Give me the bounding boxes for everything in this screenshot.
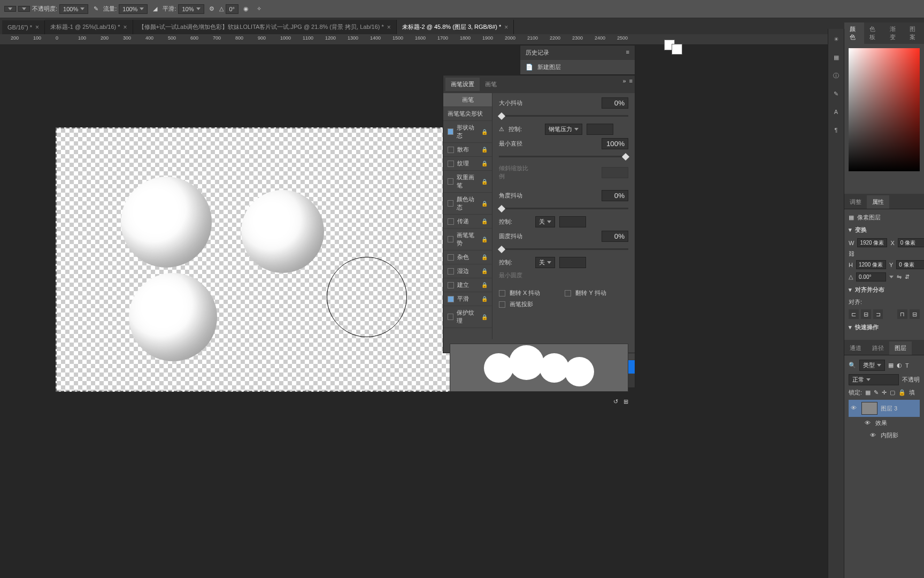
option-checkbox[interactable]: [448, 268, 454, 275]
x-input[interactable]: [898, 238, 924, 247]
gradient-tab[interactable]: 渐变: [884, 22, 904, 44]
close-icon[interactable]: ×: [124, 24, 127, 31]
brush-option-item[interactable]: 建立🔒: [443, 278, 492, 292]
lock-all-icon[interactable]: 🔒: [898, 389, 906, 396]
background-swatch[interactable]: [672, 44, 682, 55]
document-tab[interactable]: 未标题-2 @ 45.8% (图层 3, RGB/8#) *×: [397, 20, 514, 34]
expand-icon[interactable]: ▾: [849, 324, 852, 331]
size-jitter-slider[interactable]: [499, 112, 628, 120]
tip-shape-option[interactable]: 画笔笔尖形状: [443, 107, 492, 121]
lock-icon[interactable]: 🔒: [481, 314, 488, 320]
visibility-icon[interactable]: 👁: [870, 432, 877, 439]
brushes-tab[interactable]: 画笔: [480, 78, 502, 91]
control-extra-input[interactable]: [587, 124, 613, 135]
control-select[interactable]: 关: [535, 216, 555, 227]
size-jitter-input[interactable]: [602, 97, 628, 109]
brush-option-item[interactable]: 形状动态🔒: [443, 121, 492, 143]
brush-preset-dropdown[interactable]: [4, 6, 16, 12]
option-checkbox[interactable]: [448, 236, 453, 242]
color-tab[interactable]: 颜色: [844, 22, 864, 44]
search-icon[interactable]: 🔍: [849, 362, 856, 369]
option-checkbox[interactable]: [448, 178, 453, 185]
blend-mode-select[interactable]: 正常: [849, 374, 899, 385]
pressure-opacity-icon[interactable]: ✎: [90, 4, 101, 14]
info-icon[interactable]: ⓘ: [830, 70, 842, 81]
align-right-icon[interactable]: ⊐: [873, 309, 883, 319]
close-icon[interactable]: ×: [387, 24, 391, 31]
brush-option-item[interactable]: 杂色🔒: [443, 250, 492, 264]
panel-menu-icon[interactable]: ≡: [629, 78, 633, 91]
align-center-h-icon[interactable]: ⊟: [861, 309, 871, 319]
option-checkbox[interactable]: [448, 200, 453, 207]
canvas[interactable]: [56, 127, 478, 392]
option-checkbox[interactable]: [448, 282, 454, 288]
option-checkbox[interactable]: [448, 161, 454, 167]
layer-effect-item[interactable]: 👁 内阴影: [849, 429, 920, 442]
filter-adj-icon[interactable]: ◐: [897, 362, 902, 369]
gear-icon[interactable]: ⚙: [206, 4, 217, 14]
brush-icon[interactable]: ✎: [830, 88, 842, 100]
angle-input[interactable]: 0°: [226, 4, 239, 14]
close-icon[interactable]: ×: [504, 24, 508, 31]
layer-effects-item[interactable]: 👁 效果: [849, 417, 920, 429]
lock-icon[interactable]: 🔒: [481, 179, 488, 185]
y-input[interactable]: [896, 260, 924, 269]
lock-icon[interactable]: 🔒: [481, 218, 488, 224]
histogram-icon[interactable]: ▦: [830, 51, 842, 63]
visibility-icon[interactable]: 👁: [865, 420, 872, 427]
brush-option-item[interactable]: 纹理🔒: [443, 157, 492, 171]
brush-picker-button[interactable]: 画笔: [443, 93, 492, 107]
link-icon[interactable]: ⛓: [849, 250, 856, 257]
expand-icon[interactable]: ▾: [849, 286, 852, 293]
color-picker[interactable]: [844, 44, 924, 194]
option-checkbox[interactable]: [448, 147, 454, 153]
layers-tab[interactable]: 图层: [889, 341, 912, 355]
flip-h-icon[interactable]: ⇋: [897, 273, 902, 280]
rotation-input[interactable]: [856, 272, 886, 282]
brush-settings-tab[interactable]: 画笔设置: [445, 78, 480, 91]
chevron-down-icon[interactable]: [889, 276, 894, 278]
lock-position-icon[interactable]: ✎: [874, 389, 879, 396]
layer-thumbnail[interactable]: [861, 402, 877, 415]
roundness-jitter-slider[interactable]: [499, 245, 628, 254]
angle-jitter-slider[interactable]: [499, 204, 628, 213]
brush-option-item[interactable]: 传递🔒: [443, 215, 492, 229]
option-checkbox[interactable]: [448, 314, 453, 320]
flip-v-icon[interactable]: ⇵: [905, 273, 910, 280]
brightness-icon[interactable]: ☀: [830, 33, 842, 45]
collapse-icon[interactable]: »: [622, 78, 626, 91]
lock-icon[interactable]: 🔒: [481, 129, 488, 135]
option-checkbox[interactable]: [448, 218, 454, 225]
lock-icon[interactable]: 🔒: [481, 201, 488, 207]
toggle-preview-icon[interactable]: ↺: [613, 398, 618, 405]
brush-option-item[interactable]: 画笔笔势🔒: [443, 229, 492, 250]
layer-item[interactable]: 👁 图层 3: [849, 400, 920, 417]
layer-filter-select[interactable]: 类型: [859, 360, 885, 371]
option-checkbox[interactable]: [448, 254, 454, 261]
swatches-tab[interactable]: 色板: [864, 22, 884, 44]
symmetry-icon[interactable]: ✧: [253, 4, 264, 14]
lock-icon[interactable]: 🔒: [481, 254, 488, 260]
brush-option-item[interactable]: 散布🔒: [443, 143, 492, 157]
brush-option-item[interactable]: 保护纹理🔒: [443, 306, 492, 328]
paths-tab[interactable]: 路径: [867, 341, 889, 355]
properties-tab[interactable]: 属性: [867, 195, 889, 209]
lock-pixels-icon[interactable]: ▦: [865, 389, 871, 396]
control-select[interactable]: 钢笔压力: [545, 124, 582, 135]
control-extra-input[interactable]: [559, 257, 586, 268]
roundness-jitter-input[interactable]: [602, 231, 628, 242]
close-icon[interactable]: ×: [35, 24, 39, 31]
angle-jitter-input[interactable]: [602, 190, 628, 201]
opacity-input[interactable]: 100%: [59, 4, 88, 14]
align-left-icon[interactable]: ⊏: [849, 309, 859, 319]
height-input[interactable]: [856, 260, 886, 269]
lock-icon[interactable]: 🔒: [481, 268, 488, 274]
control-extra-input[interactable]: [559, 216, 586, 227]
min-diameter-input[interactable]: [602, 138, 628, 149]
filter-img-icon[interactable]: ▦: [888, 362, 894, 369]
history-item[interactable]: 📄 新建图层: [520, 60, 635, 74]
expand-icon[interactable]: ▾: [849, 226, 852, 233]
pressure-size-icon[interactable]: ◉: [241, 4, 251, 14]
visibility-icon[interactable]: 👁: [851, 405, 858, 412]
control-select[interactable]: 关: [535, 257, 555, 268]
